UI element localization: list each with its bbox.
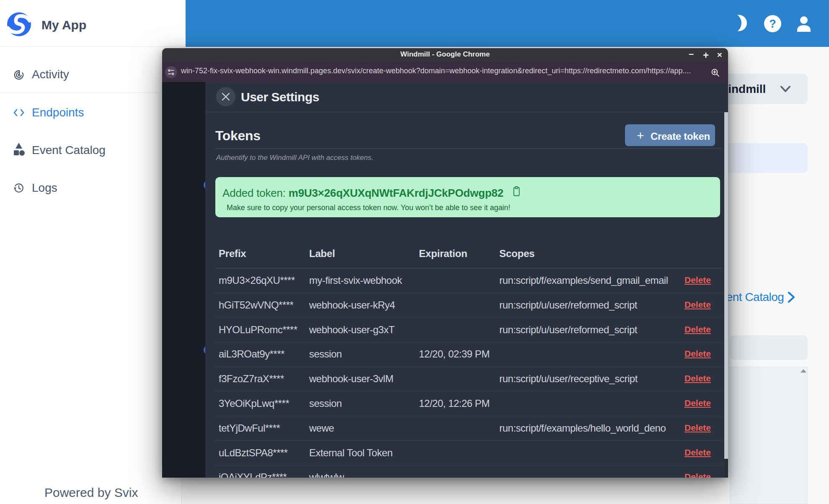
- svg-text:?: ?: [769, 18, 776, 30]
